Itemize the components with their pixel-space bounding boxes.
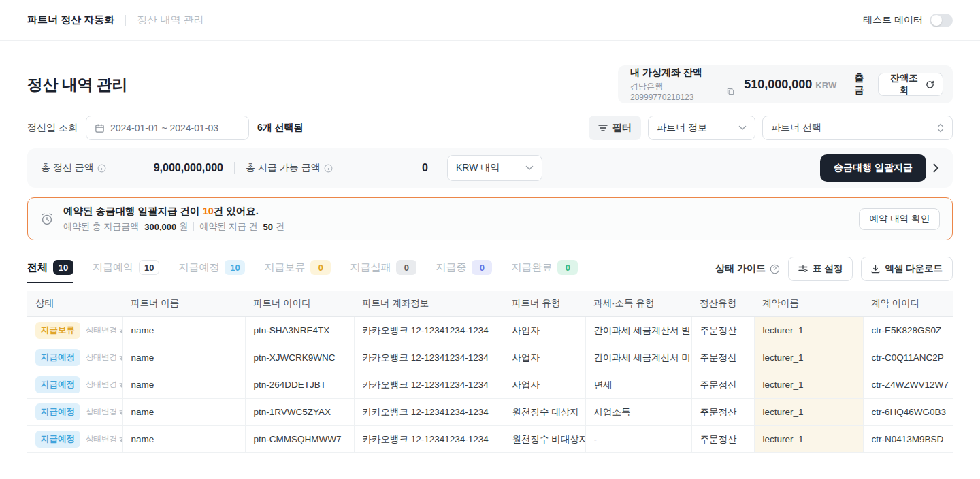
balance-inquiry-label: 잔액조회	[887, 72, 921, 97]
cell-partner-name: name	[122, 317, 245, 344]
question-circle-icon	[770, 264, 780, 274]
test-data-toggle[interactable]	[930, 14, 953, 27]
total-payable-group: 총 지급 가능 금액 0	[246, 162, 428, 174]
table-header-row: 상태 파트너 이름 파트너 아이디 파트너 계좌정보 파트너 유형 과세·소득 …	[27, 291, 953, 317]
swap-icon	[119, 354, 122, 361]
col-partner-id: 파트너 아이디	[245, 291, 354, 317]
status-change-button[interactable]: 상태변경	[86, 352, 122, 363]
test-data-label: 테스트 데이터	[863, 14, 923, 27]
col-contract-name: 계약이름	[754, 291, 863, 317]
partner-select[interactable]: 파트너 선택	[762, 116, 953, 140]
cell-contract-name: lecturer_1	[754, 426, 863, 453]
calendar-icon	[95, 123, 105, 133]
expand-button[interactable]	[933, 163, 939, 173]
table-row: 지급예정 상태변경 name ptn-CMMSQHMWW7 카카오뱅크 12-1…	[27, 426, 953, 453]
col-contract-id: 계약 아이디	[863, 291, 953, 317]
total-settlement-label-wrap: 총 정산 금액	[41, 162, 106, 174]
excel-download-label: 엑셀 다운로드	[885, 263, 943, 275]
chevron-right-icon	[933, 163, 939, 173]
chevron-down-icon	[525, 165, 534, 171]
status-guide-label: 상태 가이드	[715, 263, 766, 275]
excel-download-button[interactable]: 엑셀 다운로드	[861, 257, 953, 281]
col-partner-type: 파트너 유형	[504, 291, 585, 317]
balance-amount: 510,000,000	[744, 78, 812, 92]
total-settlement-label: 총 정산 금액	[41, 162, 94, 174]
cell-partner-id: ptn-XJWCRK9WNC	[245, 344, 354, 371]
cell-partner-type: 원천징수 대상자	[504, 399, 585, 426]
bank-account-text: 경남은행 28999770218123	[630, 81, 724, 102]
filter-label: 필터	[612, 122, 632, 134]
col-tax-type: 과세·소득 유형	[585, 291, 691, 317]
tab-count-badge: 0	[557, 260, 578, 275]
col-settlement-type: 정산유형	[691, 291, 754, 317]
banner-title-prefix: 예약된 송금대행 일괄지급 건이	[63, 205, 203, 216]
cell-partner-name: name	[122, 371, 245, 399]
tab-label: 지급중	[436, 261, 466, 274]
topbar: 파트너 정산 자동화 정산 내역 관리 테스트 데이터	[0, 0, 980, 41]
cell-contract-id: ctr-Z4WZWV12W7	[863, 371, 953, 399]
tab-payment-in-progress[interactable]: 지급중 0	[436, 260, 492, 282]
info-icon[interactable]	[324, 164, 333, 173]
alarm-clock-icon	[40, 212, 54, 226]
date-filter-label: 정산일 조회	[27, 122, 78, 134]
status-change-button[interactable]: 상태변경	[86, 380, 122, 390]
banner-title: 예약된 송금대행 일괄지급 건이 10건 있어요.	[63, 205, 284, 218]
cell-settlement-type: 주문정산	[691, 399, 754, 426]
selected-count: 6개 선택됨	[257, 122, 304, 134]
table-actions: 상태 가이드 표 설정 엑셀 다운로드	[715, 257, 953, 286]
cell-partner-name: name	[122, 399, 245, 426]
filter-icon	[598, 124, 608, 132]
status-badge: 지급보류	[35, 322, 80, 339]
balance-account: 경남은행 28999770218123	[630, 81, 734, 102]
balance-title: 내 가상계좌 잔액	[630, 67, 734, 79]
col-status: 상태	[27, 291, 122, 317]
sliders-icon	[798, 265, 808, 273]
table-settings-button[interactable]: 표 설정	[788, 257, 853, 281]
currency-history-select[interactable]: KRW 내역	[447, 155, 542, 181]
topbar-menu-settlement[interactable]: 정산 내역 관리	[137, 14, 203, 27]
tab-count-badge: 0	[396, 260, 416, 275]
withdraw-button[interactable]: 출금	[850, 72, 868, 97]
scheduled-count-value: 50	[263, 222, 272, 232]
cell-account: 카카오뱅크 12-12341234-1234	[354, 371, 504, 399]
banner-count: 10	[203, 205, 214, 216]
filter-button[interactable]: 필터	[589, 116, 641, 140]
cell-contract-name: lecturer_1	[754, 344, 863, 371]
date-range-value: 2024-01-01 ~ 2024-01-03	[110, 122, 218, 133]
info-icon[interactable]	[97, 164, 106, 173]
tab-payment-complete[interactable]: 지급완료 0	[511, 260, 578, 282]
balance-inquiry-button[interactable]: 잔액조회	[878, 73, 943, 96]
cell-partner-name: name	[122, 344, 245, 371]
copy-icon[interactable]	[727, 88, 734, 95]
date-range-picker[interactable]: 2024-01-01 ~ 2024-01-03	[86, 116, 249, 140]
total-payable-label: 총 지급 가능 금액	[246, 162, 321, 174]
topbar-left: 파트너 정산 자동화 정산 내역 관리	[27, 14, 204, 27]
tab-all[interactable]: 전체 10	[27, 260, 74, 283]
tab-payment-hold[interactable]: 지급보류 0	[264, 260, 331, 282]
total-payable-value: 0	[422, 162, 428, 174]
status-change-button[interactable]: 상태변경	[86, 407, 122, 417]
status-change-button[interactable]: 상태변경	[86, 434, 122, 444]
refresh-icon	[926, 80, 934, 89]
filter-row: 정산일 조회 2024-01-01 ~ 2024-01-03 6개 선택됨 필터…	[27, 116, 953, 140]
tab-label: 전체	[27, 261, 48, 274]
banner-subline: 예약된 총 지급금액 300,000 원 예약된 지급 건 50 건	[63, 220, 284, 233]
tab-payment-reserved[interactable]: 지급예약 10	[93, 260, 159, 282]
cell-contract-id: ctr-C0Q11ANC2P	[863, 344, 953, 371]
bulk-transfer-button[interactable]: 송금대행 일괄지급	[820, 154, 926, 182]
cell-partner-id: ptn-SHA3NRE4TX	[245, 317, 354, 344]
tab-payment-failed[interactable]: 지급실패 0	[350, 260, 416, 282]
swap-icon	[119, 436, 122, 442]
status-badge: 지급예정	[35, 376, 80, 393]
partner-info-select[interactable]: 파트너 정보	[648, 116, 755, 140]
reservation-confirm-button[interactable]: 예약 내역 확인	[859, 208, 940, 230]
status-change-button[interactable]: 상태변경	[86, 325, 122, 335]
scheduled-count-unit: 건	[276, 220, 284, 233]
chevron-down-icon	[738, 125, 747, 131]
tab-payment-scheduled[interactable]: 지급예정 10	[178, 260, 245, 282]
cell-partner-type: 사업자	[504, 317, 585, 344]
status-guide[interactable]: 상태 가이드	[715, 263, 780, 275]
cell-contract-id: ctr-N0413M9BSD	[863, 426, 953, 453]
swap-icon	[119, 409, 122, 415]
cell-settlement-type: 주문정산	[691, 371, 754, 399]
